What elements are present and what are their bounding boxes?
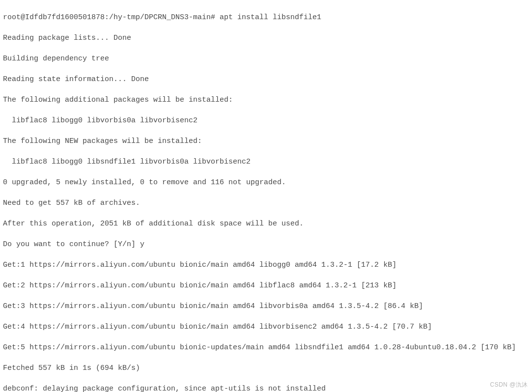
- download-line: Get:3 https://mirrors.aliyun.com/ubuntu …: [3, 301, 529, 311]
- download-line: Get:1 https://mirrors.aliyun.com/ubuntu …: [3, 260, 529, 270]
- output-line: Fetched 557 kB in 1s (694 kB/s): [3, 363, 529, 373]
- output-line: libflac8 libogg0 libsndfile1 libvorbis0a…: [3, 157, 529, 167]
- output-line: Need to get 557 kB of archives.: [3, 198, 529, 208]
- output-line: Reading package lists... Done: [3, 33, 529, 43]
- confirm-prompt-line: Do you want to continue? [Y/n] y: [3, 239, 529, 250]
- download-line: Get:4 https://mirrors.aliyun.com/ubuntu …: [3, 322, 529, 332]
- output-line: After this operation, 2051 kB of additio…: [3, 219, 529, 229]
- prompt-line: root@Idfdb7fd1600501878:/hy-tmp/DPCRN_DN…: [3, 12, 529, 23]
- output-line: debconf: delaying package configuration,…: [3, 384, 529, 392]
- terminal-output[interactable]: root@Idfdb7fd1600501878:/hy-tmp/DPCRN_DN…: [0, 0, 532, 392]
- download-line: Get:2 https://mirrors.aliyun.com/ubuntu …: [3, 280, 529, 291]
- watermark-text: CSDN @氿沐: [490, 381, 528, 389]
- output-line: libflac8 libogg0 libvorbis0a libvorbisen…: [3, 115, 529, 126]
- output-line: Reading state information... Done: [3, 74, 529, 84]
- output-line: The following additional packages will b…: [3, 95, 529, 105]
- download-line: Get:5 https://mirrors.aliyun.com/ubuntu …: [3, 342, 529, 353]
- output-line: Building dependency tree: [3, 54, 529, 64]
- output-line: 0 upgraded, 5 newly installed, 0 to remo…: [3, 177, 529, 188]
- output-line: The following NEW packages will be insta…: [3, 136, 529, 146]
